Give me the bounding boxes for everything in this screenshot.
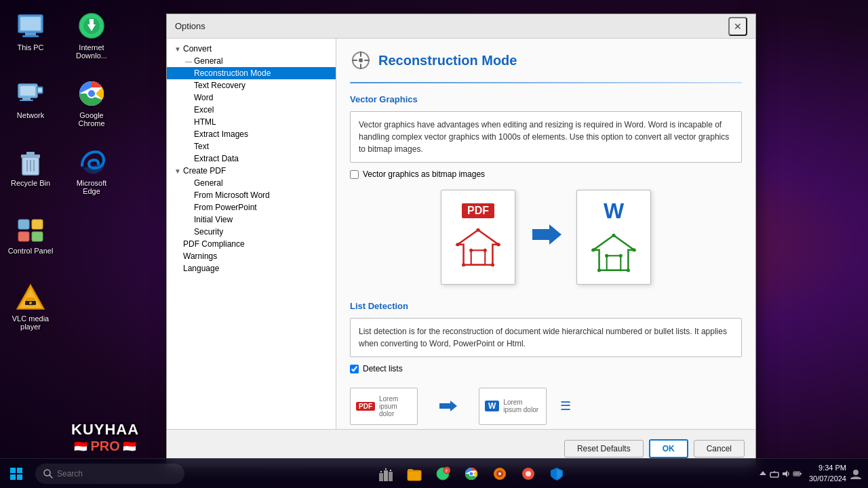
taskbar-time-display: 9:34 PM bbox=[809, 463, 846, 473]
svg-point-80 bbox=[526, 471, 531, 476]
desktop-icon-control-panel[interactable]: Control Panel bbox=[3, 210, 58, 278]
taskbar-firefox-icon[interactable] bbox=[488, 462, 512, 486]
tree-item-security[interactable]: Security bbox=[167, 226, 336, 238]
desktop-icon-recycle-bin[interactable]: Recycle Bin bbox=[3, 142, 58, 210]
section-header-icon bbox=[350, 49, 372, 71]
svg-point-50 bbox=[591, 248, 595, 251]
svg-marker-56 bbox=[439, 401, 457, 411]
tree-item-word[interactable]: Word bbox=[167, 92, 336, 104]
svg-rect-64 bbox=[384, 470, 388, 481]
from-word-label: From Microsoft Word bbox=[194, 190, 270, 200]
tree-item-text[interactable]: Text bbox=[167, 140, 336, 152]
text-expander bbox=[183, 143, 194, 150]
tree-item-initial-view[interactable]: Initial View bbox=[167, 214, 336, 226]
section-header: Reconstruction Mode bbox=[350, 49, 742, 71]
section-title: Reconstruction Mode bbox=[378, 53, 517, 68]
general-expander: — bbox=[183, 58, 194, 65]
pdf-doc-icon-area bbox=[451, 224, 505, 271]
svg-point-75 bbox=[469, 472, 473, 475]
desktop-icon-internet-download[interactable]: Internet Downlo... bbox=[64, 7, 119, 75]
svg-point-32 bbox=[359, 58, 363, 62]
taskbar-shield-icon[interactable] bbox=[545, 462, 569, 486]
svg-rect-69 bbox=[408, 470, 421, 481]
taskbar-datetime: 9:34 PM 30/07/2024 bbox=[809, 463, 846, 484]
tree-item-reconstruction-mode[interactable]: Reconstruction Mode bbox=[167, 67, 336, 79]
taskbar-downloads-icon[interactable]: 7 bbox=[431, 462, 455, 486]
svg-rect-87 bbox=[794, 472, 800, 475]
cancel-button[interactable]: Cancel bbox=[694, 440, 745, 458]
search-input[interactable] bbox=[57, 469, 165, 479]
svg-point-42 bbox=[462, 263, 465, 266]
svg-rect-24 bbox=[18, 232, 29, 241]
reconstruction-label: Reconstruction Mode bbox=[194, 68, 271, 78]
list-detection-checkbox-label[interactable]: Detect lists bbox=[363, 364, 403, 373]
preview-strip: PDF Lorem ipsum dolor W Lorem ipsum dolo… bbox=[350, 384, 742, 425]
svg-rect-9 bbox=[22, 98, 31, 100]
svg-marker-46 bbox=[532, 224, 561, 245]
taskbar-red-app-icon[interactable] bbox=[516, 462, 540, 486]
excel-label: Excel bbox=[194, 105, 214, 115]
preview-pdf-doc: PDF Lorem ipsum dolor bbox=[350, 388, 418, 425]
taskbar-user-icon bbox=[849, 467, 863, 481]
svg-rect-2 bbox=[25, 33, 36, 35]
excel-expander bbox=[183, 106, 194, 114]
desktop-icon-microsoft-edge[interactable]: Microsoft Edge bbox=[64, 142, 119, 210]
tree-item-from-word[interactable]: From Microsoft Word bbox=[167, 189, 336, 201]
tree-item-extract-data[interactable]: Extract Data bbox=[167, 152, 336, 165]
taskbar-file-manager-icon[interactable] bbox=[402, 462, 427, 486]
taskbar-city-icon[interactable] bbox=[374, 462, 398, 486]
vector-graphics-checkbox-label[interactable]: Vector graphics as bitmap images bbox=[363, 169, 485, 179]
tree-item-pdf-compliance[interactable]: PDF Compliance bbox=[167, 238, 336, 250]
start-button[interactable] bbox=[0, 459, 33, 489]
extract-images-label: Extract Images bbox=[194, 129, 248, 139]
svg-point-52 bbox=[597, 268, 601, 272]
preview-arrow bbox=[431, 399, 465, 413]
general-label: General bbox=[194, 56, 223, 66]
list-detection-title: List Detection bbox=[350, 301, 742, 311]
tree-item-extract-images[interactable]: Extract Images bbox=[167, 128, 336, 140]
tree-item-language[interactable]: Language bbox=[167, 262, 336, 274]
tray-volume-icon bbox=[781, 469, 791, 479]
taskbar-chrome-icon[interactable] bbox=[459, 462, 484, 486]
vector-diagram: PDF bbox=[350, 190, 742, 285]
svg-point-88 bbox=[853, 470, 859, 475]
extract-data-expander bbox=[183, 155, 194, 163]
internet-download-icon bbox=[75, 9, 108, 42]
taskbar-search-box[interactable] bbox=[35, 464, 184, 484]
svg-point-78 bbox=[498, 472, 501, 475]
html-expander bbox=[183, 119, 194, 126]
desktop-icon-grid: This PC Internet Downlo... bbox=[3, 7, 125, 346]
tree-item-create-pdf[interactable]: Create PDF bbox=[167, 165, 336, 177]
reset-defaults-button[interactable]: Reset Defaults bbox=[564, 440, 644, 458]
vector-graphics-checkbox-row: Vector graphics as bitmap images bbox=[350, 169, 742, 179]
desktop-icon-google-chrome[interactable]: Google Chrome bbox=[64, 75, 119, 142]
tree-item-create-pdf-general[interactable]: General bbox=[167, 177, 336, 189]
control-panel-icon bbox=[14, 213, 47, 245]
text-recovery-label: Text Recovery bbox=[194, 81, 245, 90]
vector-graphics-checkbox[interactable] bbox=[350, 170, 359, 179]
taskbar-right: 9:34 PM 30/07/2024 bbox=[758, 463, 868, 484]
desktop-icon-network[interactable]: Network bbox=[3, 75, 58, 142]
ok-button[interactable]: OK bbox=[649, 439, 688, 458]
tree-item-from-powerpoint[interactable]: From PowerPoint bbox=[167, 201, 336, 214]
svg-rect-12 bbox=[38, 88, 42, 92]
desktop-icon-this-pc[interactable]: This PC bbox=[3, 7, 58, 75]
dialog-close-button[interactable]: ✕ bbox=[728, 17, 747, 36]
tree-item-warnings[interactable]: Warnings bbox=[167, 250, 336, 262]
from-powerpoint-expander bbox=[183, 204, 194, 211]
preview-word-doc: W Lorem ipsum dolor bbox=[479, 388, 547, 425]
kuyhaa-flag-left: 🇮🇩 bbox=[74, 440, 87, 453]
microsoft-edge-label: Microsoft Edge bbox=[67, 179, 116, 195]
tree-item-excel[interactable]: Excel bbox=[167, 104, 336, 116]
desktop-icon-vlc[interactable]: VLC media player bbox=[3, 278, 58, 346]
tree-item-general[interactable]: — General bbox=[167, 55, 336, 67]
security-expander bbox=[183, 228, 194, 236]
tree-item-html[interactable]: HTML bbox=[167, 116, 336, 128]
list-detection-checkbox[interactable] bbox=[350, 365, 359, 373]
content-scroll[interactable]: Reconstruction Mode Vector Graphics Vect… bbox=[336, 39, 755, 429]
tree-item-text-recovery[interactable]: Text Recovery bbox=[167, 79, 336, 92]
svg-line-62 bbox=[50, 475, 52, 478]
security-label: Security bbox=[194, 227, 223, 237]
svg-rect-86 bbox=[800, 473, 802, 474]
tree-item-convert[interactable]: Convert bbox=[167, 43, 336, 55]
